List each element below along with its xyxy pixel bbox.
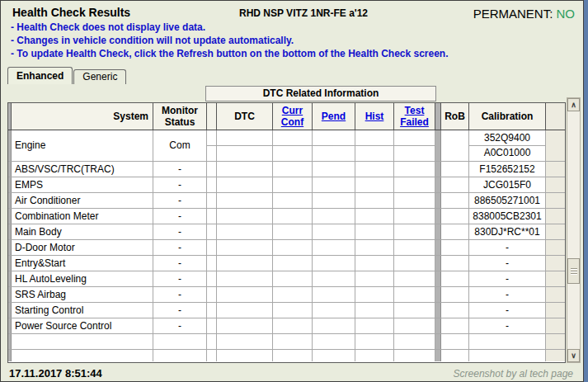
column-divider [435, 130, 441, 161]
cell-monitor-status: Com [153, 130, 207, 161]
note-line: - Changes in vehicle condition will not … [11, 34, 449, 47]
cell-monitor-status: - [153, 162, 207, 177]
table-row[interactable]: EngineCom352Q9400A0C01000 [8, 130, 565, 162]
cell-curr-conf [273, 240, 313, 255]
table-row[interactable]: HL AutoLeveling-- [8, 271, 565, 287]
cell-pend-sub [313, 146, 355, 161]
cell-dtc [217, 350, 273, 361]
cell-curr-conf-sub [273, 130, 312, 146]
cell-system: Combination Meter [12, 209, 153, 224]
cell-filler [546, 193, 565, 208]
cell-indicator [207, 287, 217, 302]
column-header-test-failed-link[interactable]: Test Failed [394, 103, 435, 130]
cell-pend [313, 303, 355, 318]
cell-hist [355, 334, 394, 349]
cell-calibration: JCG015F0 [469, 177, 546, 192]
cell-test-failed [394, 177, 435, 192]
cell-indicator [207, 130, 217, 161]
cell-calibration: - [469, 256, 546, 271]
cell-system: SRS Airbag [12, 287, 153, 302]
cell-dtc [217, 209, 273, 224]
tab-strip: Enhanced Generic [7, 67, 127, 84]
cell-system: EMPS [12, 177, 153, 192]
cell-system: ABS/VSC/TRC(TRAC) [12, 162, 153, 177]
thumb-grip-icon [571, 271, 577, 271]
table-row[interactable]: Air Conditioner-886505271001 [8, 193, 565, 209]
column-header-hist-link[interactable]: Hist [355, 103, 394, 130]
cell-calibration: - [469, 271, 546, 286]
cell-hist [355, 130, 394, 161]
table-row[interactable]: Combination Meter-838005CB2301 [8, 209, 565, 224]
column-header-pend-link[interactable]: Pend [313, 103, 355, 130]
table-row[interactable]: SRS Airbag-- [8, 287, 565, 303]
cell-rob [441, 162, 469, 177]
cell-filler [546, 177, 565, 192]
vertical-scrollbar[interactable]: ∧ ∨ [567, 97, 581, 363]
cell-pend [313, 162, 355, 177]
cell-pend [313, 271, 355, 286]
column-header-curr-conf-link[interactable]: Curr Conf [273, 103, 313, 130]
table-row[interactable]: Entry&Start-- [8, 256, 565, 271]
tab-enhanced[interactable]: Enhanced [7, 67, 73, 84]
cell-calibration: 352Q9400A0C01000 [469, 130, 546, 161]
cell-monitor-status: - [153, 256, 207, 271]
cell-hist [355, 177, 394, 192]
cell-dtc-sub [217, 146, 272, 161]
table-row[interactable]: D-Door Motor-- [8, 240, 565, 256]
cell-monitor-status: - [153, 209, 207, 224]
scroll-down-button[interactable]: ∨ [567, 349, 580, 362]
cell-pend [313, 177, 355, 192]
cell-hist [355, 350, 394, 361]
column-divider [435, 256, 441, 271]
cell-hist [355, 224, 394, 239]
cell-calibration: 886505271001 [469, 193, 546, 208]
cell-calibration: - [469, 318, 546, 333]
table-row[interactable] [8, 350, 565, 361]
cell-hist-sub [355, 146, 393, 161]
cell-hist [355, 209, 394, 224]
column-divider [435, 318, 441, 333]
cell-monitor-status: - [153, 271, 207, 286]
column-divider [435, 209, 441, 224]
health-check-window: Health Check Results RHD NSP VITZ 1NR-FE… [0, 0, 584, 382]
results-table: System Monitor Status DTC Curr Conf Pend… [7, 102, 566, 363]
table-row[interactable]: Starting Control-- [8, 303, 565, 318]
cell-test-failed [394, 240, 435, 255]
cell-pend [313, 240, 355, 255]
cell-filler [546, 271, 565, 286]
cell-calibration: - [469, 240, 546, 255]
cell-filler [546, 303, 565, 318]
cell-curr-conf [273, 224, 313, 239]
cell-curr-conf [273, 177, 313, 192]
cell-monitor-status: - [153, 177, 207, 192]
cell-filler [546, 209, 565, 224]
table-row[interactable]: ABS/VSC/TRC(TRAC)-F152652152 [8, 162, 565, 177]
cell-dtc [217, 240, 273, 255]
cell-monitor-status [153, 334, 207, 349]
cell-pend [313, 130, 355, 161]
cell-pend [313, 334, 355, 349]
results-table-body: EngineCom352Q9400A0C01000ABS/VSC/TRC(TRA… [8, 130, 565, 361]
cell-monitor-status: - [153, 193, 207, 208]
column-header-system: System [12, 103, 153, 130]
scroll-up-button[interactable]: ∧ [567, 98, 580, 111]
cell-monitor-status [153, 350, 207, 361]
table-row[interactable]: EMPS-JCG015F0 [8, 177, 565, 193]
background-strip [584, 0, 588, 382]
scrollbar-thumb[interactable] [567, 258, 580, 284]
column-divider [435, 240, 441, 255]
cell-indicator [207, 318, 217, 333]
table-row[interactable] [8, 334, 565, 350]
cell-test-failed [394, 350, 435, 361]
tab-generic[interactable]: Generic [73, 69, 126, 84]
cell-calibration: - [469, 303, 546, 318]
cell-rob [441, 240, 469, 255]
table-row[interactable]: Main Body-830DJ*RC**01 [8, 224, 565, 240]
cell-monitor-status: - [153, 287, 207, 302]
vehicle-info: RHD NSP VITZ 1NR-FE a'12 [239, 7, 368, 19]
cell-calibration: 830DJ*RC**01 [469, 224, 546, 239]
cell-test-failed-sub [394, 146, 435, 161]
column-header-monitor-status: Monitor Status [153, 103, 207, 130]
cell-indicator [207, 271, 217, 286]
table-row[interactable]: Power Source Control-- [8, 318, 565, 334]
